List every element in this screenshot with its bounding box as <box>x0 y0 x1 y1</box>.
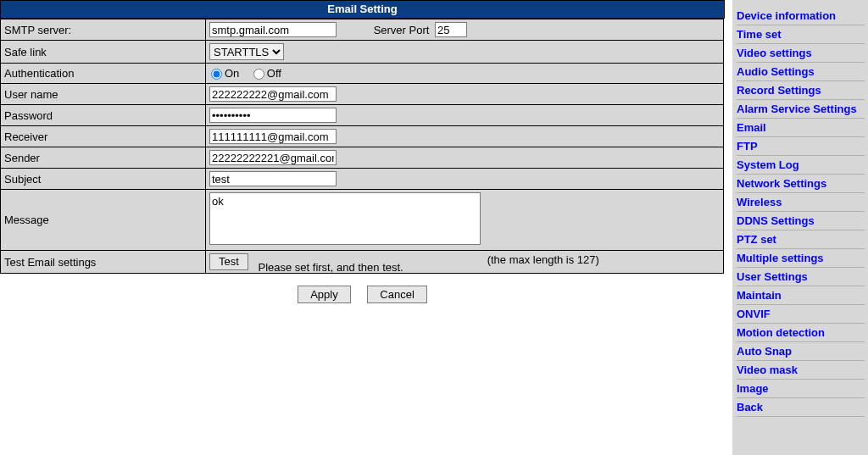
message-hint: (the max length is 127) <box>484 253 599 266</box>
safelink-select[interactable]: STARTTLS <box>209 43 284 60</box>
safelink-label: Safe link <box>1 41 206 64</box>
sidebar-item[interactable]: FTP <box>737 137 865 156</box>
sender-input[interactable] <box>209 150 337 165</box>
user-label: User name <box>1 84 206 105</box>
sidebar-item[interactable]: Maintain <box>737 286 865 305</box>
sidebar-item[interactable]: System Log <box>737 156 865 175</box>
sidebar-item[interactable]: Video mask <box>737 361 865 380</box>
user-input[interactable] <box>209 86 337 102</box>
subject-input[interactable] <box>209 171 337 186</box>
subject-label: Subject <box>1 169 206 190</box>
smtp-input[interactable] <box>209 22 337 37</box>
sidebar-item[interactable]: DDNS Settings <box>737 212 865 230</box>
sidebar-item[interactable]: Time set <box>737 25 865 44</box>
settings-table: SMTP server: Server Port Safe link START… <box>0 19 724 274</box>
sidebar-item[interactable]: Network Settings <box>737 175 865 193</box>
main-panel: Email Setting SMTP server: Server Port S… <box>0 0 725 455</box>
cancel-button[interactable]: Cancel <box>367 286 426 303</box>
auth-off-label: Off <box>267 68 281 80</box>
auth-on-radio[interactable] <box>211 69 222 80</box>
sidebar-item[interactable]: Audio Settings <box>737 63 865 81</box>
auth-label: Authentication <box>1 64 206 84</box>
sender-label: Sender <box>1 147 206 169</box>
sidebar-item[interactable]: ONVIF <box>737 305 865 324</box>
sidebar: Device information Time set Video settin… <box>732 0 868 455</box>
test-note: Please set first, and then test. <box>251 261 403 274</box>
auth-off-radio[interactable] <box>253 69 264 80</box>
test-button[interactable]: Test <box>209 253 248 270</box>
auth-on-label: On <box>225 68 239 80</box>
port-input[interactable] <box>435 22 467 37</box>
sidebar-item[interactable]: User Settings <box>737 268 865 286</box>
message-label: Message <box>1 190 206 251</box>
smtp-label: SMTP server: <box>1 19 206 41</box>
sidebar-item[interactable]: Video settings <box>737 44 865 63</box>
sidebar-item[interactable]: Record Settings <box>737 81 865 100</box>
sidebar-item[interactable]: Multiple settings <box>737 249 865 268</box>
apply-button[interactable]: Apply <box>298 286 351 303</box>
sidebar-item[interactable]: Auto Snap <box>737 342 865 361</box>
sidebar-item[interactable]: Back <box>737 398 865 417</box>
sidebar-item[interactable]: Device information <box>737 7 865 25</box>
sidebar-item[interactable]: Image <box>737 380 865 398</box>
sidebar-item[interactable]: Alarm Service Settings <box>737 100 865 119</box>
pass-label: Password <box>1 105 206 126</box>
receiver-input[interactable] <box>209 129 337 144</box>
button-row: Apply Cancel <box>0 274 725 315</box>
port-label: Server Port <box>374 24 430 36</box>
sidebar-item[interactable]: Motion detection <box>737 324 865 342</box>
pass-input[interactable] <box>209 108 337 123</box>
sidebar-item[interactable]: PTZ set <box>737 230 865 249</box>
sidebar-item[interactable]: Wireless <box>737 193 865 212</box>
sidebar-item[interactable]: Email <box>737 119 865 137</box>
receiver-label: Receiver <box>1 126 206 147</box>
message-textarea[interactable] <box>209 192 481 245</box>
page-title: Email Setting <box>0 0 725 19</box>
test-label: Test Email settings <box>1 251 206 274</box>
